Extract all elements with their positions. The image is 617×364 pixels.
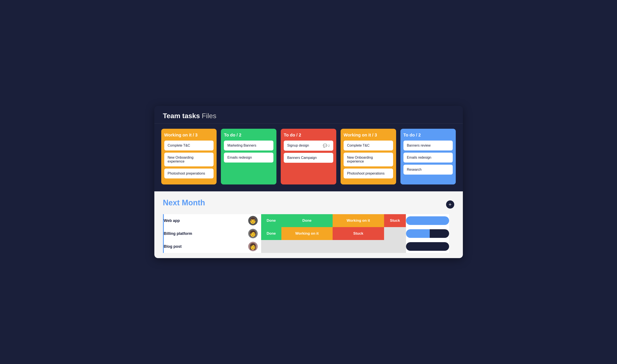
kanban-card-col3-1[interactable]: Banners Campaign bbox=[284, 153, 333, 163]
kanban-card-col5-0[interactable]: Banners review bbox=[403, 141, 453, 150]
kanban-card-col2-0[interactable]: Marketing Banners bbox=[224, 141, 273, 150]
status-pill-working[interactable]: Working on it bbox=[333, 214, 384, 227]
add-button[interactable]: + bbox=[446, 200, 454, 208]
card-text-col4-0: Complete T&C bbox=[347, 143, 370, 147]
card-comment-col3-0: 💬2 bbox=[323, 143, 330, 148]
status-pill-done[interactable]: Done bbox=[261, 214, 281, 227]
avatar bbox=[248, 216, 258, 225]
scroll-indicator[interactable] bbox=[449, 227, 454, 240]
timeline-bar-row3 bbox=[406, 240, 449, 253]
bottom-section: Next Month + Web appDoneDoneWorking on i… bbox=[154, 191, 463, 258]
kanban-col-header-col1: Working on it / 3 bbox=[164, 133, 214, 138]
status-cell-row2-3 bbox=[384, 227, 406, 240]
kanban-col-header-col5: To do / 2 bbox=[403, 133, 453, 138]
scroll-indicator[interactable] bbox=[449, 240, 454, 253]
comment-bubble-icon: 💬 bbox=[323, 143, 327, 148]
status-cell-row3-1 bbox=[281, 240, 333, 253]
row-label-row1: Web app bbox=[163, 214, 248, 227]
kanban-card-col4-2[interactable]: Photoshoot preperations bbox=[344, 169, 393, 179]
status-cell-row2-1: Working on it bbox=[281, 227, 333, 240]
card-text-col5-1: Emails redesign bbox=[407, 156, 431, 159]
header: Team tasks Files bbox=[154, 106, 463, 124]
kanban-col-col1: Working on it / 3Complete T&CNew Onboard… bbox=[161, 129, 217, 184]
comment-count: 2 bbox=[328, 144, 330, 147]
card-text-col4-1: New Onboarding experience bbox=[347, 156, 390, 163]
page-title: Team tasks Files bbox=[163, 112, 216, 120]
kanban-card-col3-0[interactable]: Signup design💬2 bbox=[284, 141, 333, 151]
status-cell-row3-2 bbox=[333, 240, 384, 253]
kanban-card-col1-1[interactable]: New Onboarding experience bbox=[164, 153, 214, 166]
status-pill-stuck[interactable]: Stuck bbox=[333, 227, 384, 240]
card-text-col4-2: Photoshoot preperations bbox=[347, 171, 385, 175]
kanban-board: Working on it / 3Complete T&CNew Onboard… bbox=[154, 124, 463, 191]
timeline-bar-row2 bbox=[406, 227, 449, 240]
status-pill-empty[interactable] bbox=[261, 240, 281, 253]
card-text-col3-1: Banners Campaign bbox=[287, 156, 317, 160]
avatar bbox=[248, 242, 258, 251]
kanban-col-col3: To do / 2Signup design💬2Banners Campaign bbox=[281, 129, 336, 184]
kanban-col-col4: Working on it / 3Complete T&CNew Onboard… bbox=[341, 129, 396, 184]
status-pill-empty[interactable] bbox=[333, 240, 384, 253]
status-pill-done[interactable]: Done bbox=[281, 214, 333, 227]
progress-bar bbox=[406, 216, 449, 225]
table-row: Web appDoneDoneWorking on itStuck bbox=[163, 214, 454, 227]
status-cell-row1-1: Done bbox=[281, 214, 333, 227]
card-text-col1-1: New Onboarding experience bbox=[168, 156, 210, 163]
status-pill-working[interactable]: Working on it bbox=[281, 227, 333, 240]
kanban-card-col1-2[interactable]: Photoshoot preperations bbox=[164, 169, 214, 179]
row-avatar-row2 bbox=[248, 227, 261, 240]
card-text-col1-0: Complete T&C bbox=[168, 143, 190, 147]
kanban-card-col5-2[interactable]: Research bbox=[403, 165, 453, 175]
status-cell-row2-2: Stuck bbox=[333, 227, 384, 240]
progress-bar bbox=[406, 242, 449, 251]
next-month-title: Next Month bbox=[163, 198, 205, 207]
status-cell-row1-2: Working on it bbox=[333, 214, 384, 227]
section-header: Next Month + bbox=[163, 198, 454, 212]
card-text-col5-2: Research bbox=[407, 168, 422, 171]
timeline-bar-row1 bbox=[406, 214, 449, 227]
status-pill-empty[interactable] bbox=[281, 240, 333, 253]
card-text-col5-0: Banners review bbox=[407, 143, 431, 147]
kanban-col-col2: To do / 2Marketing BannersEmails redesig… bbox=[221, 129, 276, 184]
kanban-card-col2-1[interactable]: Emails redesign bbox=[224, 153, 273, 163]
kanban-card-col4-0[interactable]: Complete T&C bbox=[344, 141, 393, 150]
card-text-col1-2: Photoshoot preperations bbox=[168, 171, 205, 175]
row-label-row2: Billing platform bbox=[163, 227, 248, 240]
kanban-card-col1-0[interactable]: Complete T&C bbox=[164, 141, 214, 150]
card-text-col3-0: Signup design bbox=[287, 143, 309, 147]
status-cell-row3-3 bbox=[384, 240, 406, 253]
status-pill-empty[interactable] bbox=[384, 227, 406, 240]
table-row: Billing platformDoneWorking on itStuck bbox=[163, 227, 454, 240]
kanban-col-header-col4: Working on it / 3 bbox=[344, 133, 393, 138]
progress-bar bbox=[406, 229, 449, 238]
row-avatar-row1 bbox=[248, 214, 261, 227]
timeline-table: Web appDoneDoneWorking on itStuckBilling… bbox=[163, 214, 454, 253]
title-light: Files bbox=[202, 112, 216, 120]
table-row: Blog post bbox=[163, 240, 454, 253]
status-cell-row1-3: Stuck bbox=[384, 214, 406, 227]
kanban-card-col4-1[interactable]: New Onboarding experience bbox=[344, 153, 393, 166]
kanban-card-col5-1[interactable]: Emails redesign bbox=[403, 153, 453, 163]
scroll-indicator[interactable] bbox=[449, 214, 454, 227]
kanban-col-header-col3: To do / 2 bbox=[284, 133, 333, 138]
kanban-col-col5: To do / 2Banners reviewEmails redesignRe… bbox=[400, 129, 456, 184]
card-text-col2-1: Emails redesign bbox=[227, 156, 252, 159]
status-pill-stuck[interactable]: Stuck bbox=[384, 214, 406, 227]
card-text-col2-0: Marketing Banners bbox=[227, 143, 256, 147]
avatar bbox=[248, 229, 258, 238]
row-avatar-row3 bbox=[248, 240, 261, 253]
status-pill-empty[interactable] bbox=[384, 240, 406, 253]
status-pill-done[interactable]: Done bbox=[261, 227, 281, 240]
kanban-col-header-col2: To do / 2 bbox=[224, 133, 273, 138]
status-cell-row1-0: Done bbox=[261, 214, 281, 227]
main-container: Team tasks Files Working on it / 3Comple… bbox=[154, 106, 463, 258]
status-cell-row2-0: Done bbox=[261, 227, 281, 240]
title-bold: Team tasks bbox=[163, 112, 200, 120]
row-label-row3: Blog post bbox=[163, 240, 248, 253]
status-cell-row3-0 bbox=[261, 240, 281, 253]
